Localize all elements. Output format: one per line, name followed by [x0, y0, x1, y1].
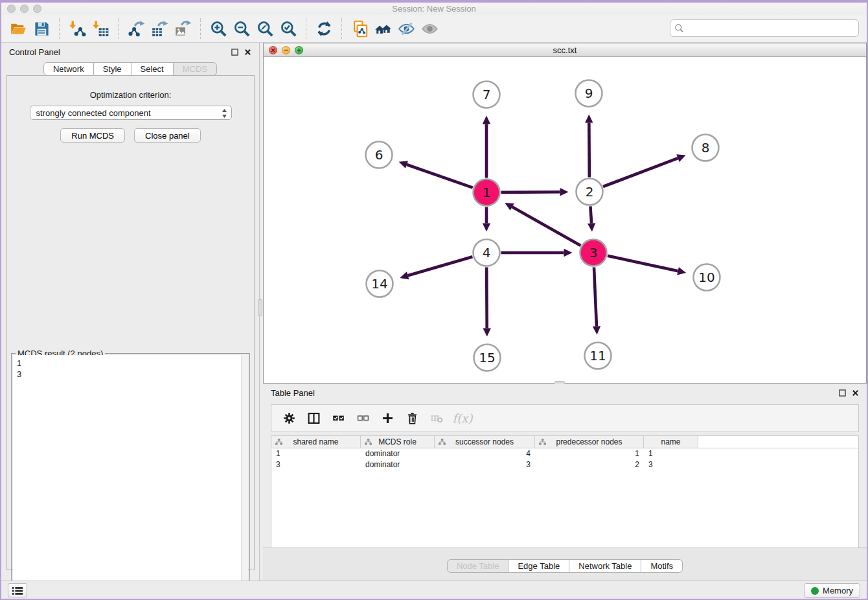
export-image-button[interactable] — [171, 17, 194, 40]
graph-edge-1-2[interactable] — [501, 192, 560, 192]
close-panel-icon[interactable] — [244, 49, 251, 56]
control-panel-header: Control Panel — [1, 43, 259, 61]
search-icon — [674, 23, 684, 33]
close-table-panel-icon[interactable] — [852, 389, 859, 397]
mcds-result-area[interactable]: 1 3 — [13, 355, 248, 595]
float-panel-icon[interactable] — [231, 49, 238, 56]
tab-edge-table[interactable]: Edge Table — [508, 559, 569, 573]
export-table-icon — [151, 20, 168, 38]
show-networks-icon — [374, 20, 392, 38]
graph-edge-arrow — [399, 161, 408, 168]
table-row[interactable]: 1dominator411 — [271, 448, 858, 459]
import-network-button[interactable] — [65, 17, 89, 40]
table-cell: 1 — [644, 448, 698, 459]
graph-node-10[interactable]: 10 — [694, 264, 720, 291]
graph-node-4[interactable]: 4 — [474, 240, 500, 266]
delete-table-button[interactable] — [426, 408, 448, 430]
show-networks-button[interactable] — [371, 17, 394, 40]
graph-edge-2-3[interactable] — [590, 206, 591, 223]
column-header-predecessor-nodes[interactable]: predecessor nodes — [535, 436, 644, 448]
clone-network-button[interactable] — [348, 17, 371, 40]
graph-edge-2-9[interactable] — [589, 122, 589, 177]
zoom-out-button[interactable] — [230, 17, 253, 40]
tab-style[interactable]: Style — [94, 62, 131, 76]
column-header-successor-nodes[interactable]: successor nodes — [435, 436, 535, 448]
graph-node-9[interactable]: 9 — [576, 80, 602, 107]
toolbar-separator — [118, 18, 119, 39]
tab-motifs[interactable]: Motifs — [641, 559, 683, 573]
vertical-splitter-grip[interactable] — [258, 299, 262, 316]
split-columns-icon — [307, 411, 321, 425]
graph-node-2[interactable]: 2 — [577, 179, 603, 205]
zoom-in-button[interactable] — [207, 17, 230, 40]
delete-column-icon — [405, 411, 419, 425]
graph-node-6[interactable]: 6 — [366, 142, 393, 168]
mcds-result-scrollbar[interactable] — [241, 355, 248, 595]
graph-edge-3-11[interactable] — [594, 267, 597, 326]
tab-node-table[interactable]: Node Table — [447, 559, 509, 573]
graph-edge-1-6[interactable] — [407, 165, 473, 188]
export-table-button[interactable] — [148, 17, 171, 40]
graph-edge-3-1[interactable] — [512, 207, 581, 246]
graph-edge-arrow — [560, 188, 568, 196]
function-builder-button[interactable]: f(x) — [450, 408, 472, 430]
table-cell: 1 — [271, 448, 361, 459]
delete-column-button[interactable] — [401, 408, 423, 430]
table-settings-button[interactable] — [278, 408, 300, 430]
zoom-fit-button[interactable] — [253, 17, 277, 40]
hide-eye-button[interactable] — [394, 17, 418, 40]
table-cell: dominator — [361, 459, 435, 470]
optimization-criterion-select[interactable]: strongly connected component — [30, 106, 232, 120]
float-table-panel-icon[interactable] — [839, 389, 846, 397]
memory-button[interactable]: Memory — [804, 583, 860, 598]
graph-node-3[interactable]: 3 — [580, 240, 607, 266]
save-session-icon — [33, 20, 51, 38]
eye-button[interactable] — [418, 17, 441, 40]
control-panel: Control Panel NetworkStyleSelectMCDS Opt… — [1, 43, 260, 581]
graph-node-label: 1 — [483, 185, 491, 200]
table-row[interactable]: 3dominator323 — [271, 459, 858, 470]
split-columns-button[interactable] — [303, 408, 325, 430]
graph-edge-3-10[interactable] — [608, 256, 678, 271]
graph-node-label: 10 — [698, 270, 714, 285]
close-panel-button[interactable]: Close panel — [134, 128, 201, 143]
export-image-icon — [174, 20, 192, 38]
graph-node-7[interactable]: 7 — [474, 82, 500, 108]
toolbar-separator — [59, 18, 60, 39]
toolbar-separator — [200, 18, 201, 39]
task-history-button[interactable] — [8, 583, 27, 597]
column-header-MCDS-role[interactable]: MCDS role — [361, 436, 435, 448]
graph-edge-arrow — [483, 328, 491, 336]
control-panel-title: Control Panel — [9, 47, 60, 57]
tab-network[interactable]: Network — [43, 62, 94, 76]
column-header-name[interactable]: name — [644, 436, 698, 448]
add-column-button[interactable] — [376, 408, 398, 430]
graph-node-label: 14 — [371, 276, 387, 292]
refresh-view-button[interactable] — [312, 17, 336, 40]
network-canvas[interactable]: 7968124314101511 — [264, 57, 866, 383]
import-table-button[interactable] — [89, 17, 112, 40]
network-view-window: scc.txt 7968124314101511 — [263, 43, 867, 384]
tab-mcds[interactable]: MCDS — [174, 62, 217, 76]
zoom-selected-button[interactable] — [277, 17, 300, 40]
graph-edge-4-15[interactable] — [486, 267, 487, 328]
clear-checkboxes-button[interactable] — [352, 408, 374, 430]
graph-node-15[interactable]: 15 — [474, 345, 501, 371]
graph-edge-4-14[interactable] — [408, 257, 473, 275]
tab-network-table[interactable]: Network Table — [569, 559, 641, 573]
graph-edge-2-8[interactable] — [603, 158, 678, 187]
graph-node-11[interactable]: 11 — [585, 343, 611, 369]
save-session-button[interactable] — [30, 17, 53, 40]
tab-select[interactable]: Select — [131, 62, 174, 76]
zoom-in-icon — [210, 20, 227, 38]
run-mcds-button[interactable]: Run MCDS — [60, 128, 125, 143]
column-header-shared-name[interactable]: shared name — [271, 436, 361, 448]
export-network-button[interactable] — [124, 17, 148, 40]
add-column-icon — [381, 411, 394, 425]
graph-node-1[interactable]: 1 — [474, 179, 500, 206]
select-checkboxes-button[interactable] — [327, 408, 349, 430]
graph-node-14[interactable]: 14 — [367, 271, 393, 297]
graph-node-8[interactable]: 8 — [692, 135, 719, 161]
open-session-button[interactable] — [6, 17, 30, 40]
search-input[interactable] — [670, 19, 859, 37]
